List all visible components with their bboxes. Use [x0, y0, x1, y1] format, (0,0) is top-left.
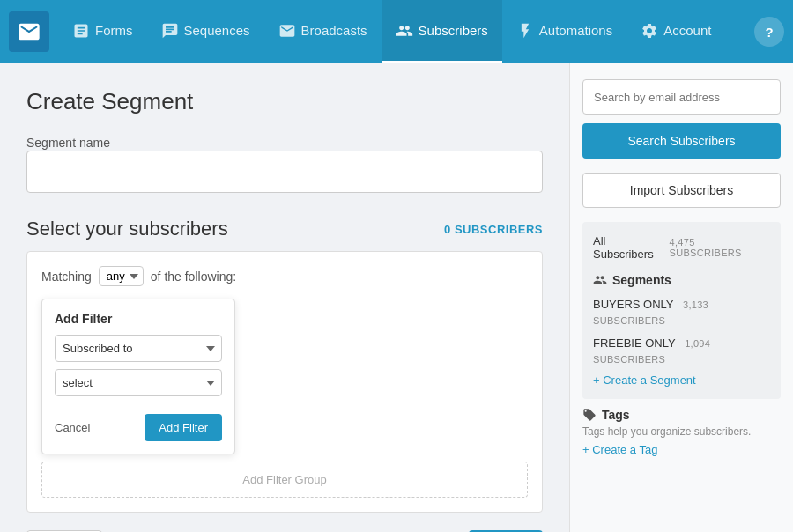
segment-buyers-only[interactable]: BUYERS ONLY 3,133 SUBSCRIBERS [593, 292, 770, 331]
logo[interactable] [9, 11, 49, 52]
nav-account-label: Account [663, 23, 711, 38]
page-title: Create Segment [26, 88, 543, 115]
create-segment-link[interactable]: + Create a Segment [593, 370, 696, 390]
segments-title: Segments [593, 273, 770, 287]
segments-section: Segments BUYERS ONLY 3,133 SUBSCRIBERS F… [593, 273, 770, 390]
nav-item-broadcasts[interactable]: Broadcasts [264, 0, 382, 63]
segment-name-label: Segment name [26, 136, 110, 150]
main-content: Create Segment Segment name Select your … [0, 63, 569, 532]
matching-row: Matching any all of the following: [41, 266, 528, 286]
nav-sequences-label: Sequences [184, 23, 250, 38]
nav-item-account[interactable]: Account [626, 0, 725, 63]
segment-name-field: Segment name [26, 135, 543, 193]
create-tag-link[interactable]: + Create a Tag [582, 443, 657, 456]
select-subscribers-title: Select your subscribers [26, 218, 228, 240]
count-value: 0 [444, 223, 451, 236]
all-subscribers-row[interactable]: All Subscribers 4,475 SUBSCRIBERS [593, 231, 770, 264]
filter-box: Matching any all of the following: Add F… [26, 251, 543, 513]
add-filter-group-row[interactable]: Add Filter Group [41, 462, 528, 498]
segments-title-label: Segments [612, 273, 671, 287]
cancel-filter-button[interactable]: Cancel [55, 421, 90, 434]
add-filter-button[interactable]: Add Filter [145, 414, 222, 441]
nav-items: Forms Sequences Broadcasts Subscribers A… [58, 0, 747, 63]
nav-item-automations[interactable]: Automations [502, 0, 626, 63]
count-label: SUBSCRIBERS [455, 223, 543, 236]
nav-subscribers-label: Subscribers [419, 23, 488, 38]
all-subscribers-count: 4,475 SUBSCRIBERS [670, 237, 770, 258]
tags-section: Tags Tags help you organize subscribers.… [582, 408, 781, 457]
all-subscribers-section: All Subscribers 4,475 SUBSCRIBERS Segmen… [582, 222, 781, 399]
help-button[interactable]: ? [754, 17, 784, 47]
nav-automations-label: Automations [539, 23, 612, 38]
nav-item-forms[interactable]: Forms [58, 0, 147, 63]
filter-type-select[interactable]: Subscribed to Tagged with Not tagged wit… [55, 335, 222, 362]
tags-description: Tags help you organize subscribers. [582, 425, 781, 438]
nav-forms-label: Forms [95, 23, 133, 38]
tags-title-label: Tags [602, 408, 630, 422]
filter-value-select[interactable]: select [55, 369, 222, 396]
of-following-label: of the following: [151, 270, 236, 284]
select-subscribers-header: Select your subscribers 0 SUBSCRIBERS [26, 218, 543, 240]
add-filter-title: Add Filter [55, 312, 222, 326]
tags-title: Tags [582, 408, 781, 422]
subscriber-count: 0 SUBSCRIBERS [444, 223, 543, 236]
import-subscribers-button[interactable]: Import Subscribers [582, 173, 781, 208]
segment-name-input[interactable] [26, 151, 543, 193]
search-subscribers-button[interactable]: Search Subscribers [582, 123, 781, 159]
all-subscribers-label: All Subscribers [593, 234, 670, 261]
page-body: Create Segment Segment name Select your … [0, 63, 793, 532]
sidebar: Search Subscribers Import Subscribers Al… [569, 63, 793, 532]
nav-item-subscribers[interactable]: Subscribers [382, 0, 502, 63]
filter-actions: Cancel Add Filter [55, 414, 222, 441]
nav-item-sequences[interactable]: Sequences [147, 0, 264, 63]
search-email-input[interactable] [582, 79, 781, 115]
matching-label: Matching [41, 270, 92, 284]
matching-select[interactable]: any all [99, 266, 144, 286]
add-filter-dropdown: Add Filter Subscribed to Tagged with Not… [41, 299, 235, 454]
nav-broadcasts-label: Broadcasts [301, 23, 367, 38]
navbar: Forms Sequences Broadcasts Subscribers A… [0, 0, 793, 63]
segment-freebie-only[interactable]: FREEBIE ONLY 1,094 SUBSCRIBERS [593, 331, 770, 370]
